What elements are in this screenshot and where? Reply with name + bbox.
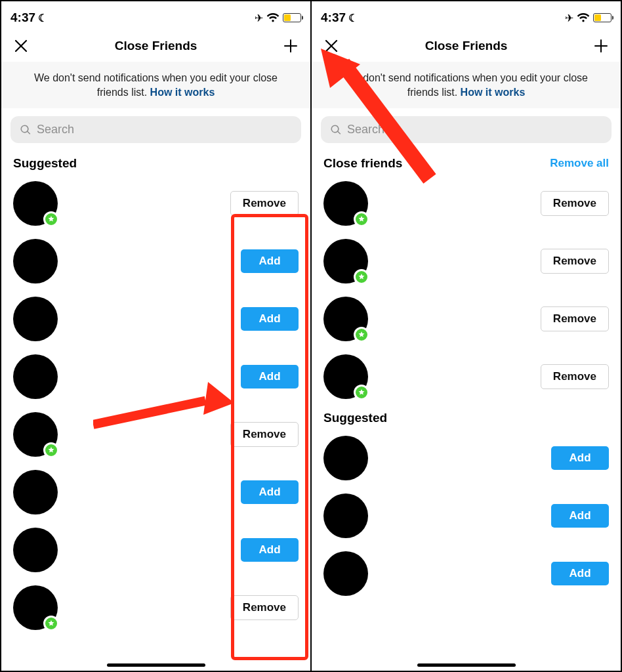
list-item: Remove [323, 232, 609, 290]
section-title: Suggested [323, 411, 387, 425]
avatar[interactable] [323, 551, 368, 596]
avatar[interactable] [323, 181, 368, 226]
page-title: Close Friends [115, 39, 197, 53]
list-item: Add [323, 487, 609, 545]
avatar[interactable] [13, 470, 58, 514]
list-item: Add [323, 429, 609, 487]
avatar[interactable] [13, 585, 58, 630]
search-input[interactable]: Search [10, 116, 301, 143]
add-friend-button[interactable]: Add [241, 365, 299, 388]
list-item: Add [323, 545, 609, 602]
how-it-works-link[interactable]: How it works [461, 87, 526, 98]
moon-icon: ☾ [38, 12, 47, 24]
add-button[interactable] [281, 37, 300, 55]
search-icon [330, 124, 342, 136]
list-item: Remove [323, 290, 609, 348]
battery-icon [593, 13, 612, 22]
section-title: Close friends [323, 156, 402, 171]
close-friend-star-icon [43, 442, 59, 458]
add-friend-button[interactable]: Add [241, 480, 299, 504]
wifi-icon [266, 13, 280, 23]
section-header-suggested: Suggested [312, 406, 621, 429]
remove-friend-button[interactable]: Remove [230, 422, 299, 447]
suggested-list: AddAddAdd [312, 429, 621, 602]
close-icon [13, 38, 29, 54]
status-bar: 4:37 ☾ ✈ [312, 1, 621, 32]
home-indicator [417, 663, 516, 667]
close-friend-star-icon [354, 269, 369, 285]
avatar[interactable] [323, 354, 368, 399]
airplane-icon: ✈ [255, 12, 263, 24]
avatar[interactable] [323, 494, 368, 538]
plus-icon [593, 38, 609, 54]
battery-icon [283, 13, 301, 22]
close-friend-star-icon [354, 327, 369, 343]
avatar[interactable] [323, 297, 368, 341]
suggested-list: RemoveAddAddAddRemoveAddAddRemove [1, 175, 310, 637]
add-friend-button[interactable]: Add [551, 562, 609, 585]
remove-friend-button[interactable]: Remove [230, 191, 299, 216]
add-friend-button[interactable]: Add [241, 249, 299, 273]
close-icon [323, 38, 339, 54]
status-time: 4:37 [10, 10, 35, 25]
avatar[interactable] [13, 412, 58, 457]
avatar[interactable] [13, 528, 58, 572]
list-item: Remove [13, 406, 299, 463]
status-time: 4:37 [321, 10, 346, 25]
list-item: Remove [323, 175, 609, 232]
list-item: Add [13, 521, 299, 579]
search-placeholder: Search [37, 123, 74, 136]
add-friend-button[interactable]: Add [551, 504, 609, 528]
info-banner: We don't send notifications when you edi… [1, 62, 310, 108]
search-placeholder: Search [347, 123, 384, 136]
remove-friend-button[interactable]: Remove [541, 249, 609, 274]
section-header-suggested: Suggested [1, 151, 310, 175]
remove-friend-button[interactable]: Remove [541, 191, 609, 216]
phone-left: 4:37 ☾ ✈ Close Friends We don't send not… [1, 1, 312, 671]
list-item: Add [13, 463, 299, 521]
home-indicator [107, 663, 205, 667]
nav-bar: Close Friends [312, 32, 621, 62]
remove-friend-button[interactable]: Remove [541, 306, 609, 331]
avatar[interactable] [13, 239, 58, 284]
search-icon [20, 124, 31, 136]
how-it-works-link[interactable]: How it works [150, 87, 215, 98]
list-item: Add [13, 290, 299, 348]
moon-icon: ☾ [348, 12, 358, 24]
list-item: Remove [13, 175, 299, 232]
close-button[interactable] [12, 37, 30, 55]
close-friend-star-icon [43, 616, 59, 631]
phone-right: 4:37 ☾ ✈ Close Friends We don't send not… [312, 1, 621, 671]
close-friends-list: RemoveRemoveRemoveRemove [312, 175, 621, 406]
add-friend-button[interactable]: Add [551, 446, 609, 470]
page-title: Close Friends [425, 39, 508, 53]
status-bar: 4:37 ☾ ✈ [1, 1, 310, 32]
nav-bar: Close Friends [1, 32, 310, 62]
list-item: Add [13, 348, 299, 406]
remove-friend-button[interactable]: Remove [230, 595, 299, 620]
section-title: Suggested [13, 156, 77, 171]
close-friend-star-icon [354, 211, 369, 227]
plus-icon [283, 38, 299, 54]
avatar[interactable] [13, 354, 58, 399]
add-friend-button[interactable]: Add [241, 307, 299, 331]
remove-friend-button[interactable]: Remove [541, 364, 609, 389]
list-item: Add [13, 232, 299, 290]
list-item: Remove [323, 348, 609, 406]
add-button[interactable] [592, 37, 610, 55]
close-button[interactable] [322, 37, 341, 55]
avatar[interactable] [13, 297, 58, 341]
close-friend-star-icon [354, 385, 369, 400]
close-friend-star-icon [43, 211, 59, 227]
airplane-icon: ✈ [565, 12, 573, 24]
section-header-close-friends: Close friends Remove all [312, 151, 621, 175]
avatar[interactable] [13, 181, 58, 226]
remove-all-button[interactable]: Remove all [550, 157, 609, 170]
add-friend-button[interactable]: Add [241, 538, 299, 562]
avatar[interactable] [323, 239, 368, 284]
list-item: Remove [13, 579, 299, 637]
search-input[interactable]: Search [321, 116, 612, 143]
avatar[interactable] [323, 436, 368, 480]
info-banner: We don't send notifications when you edi… [312, 62, 621, 108]
wifi-icon [577, 13, 590, 23]
